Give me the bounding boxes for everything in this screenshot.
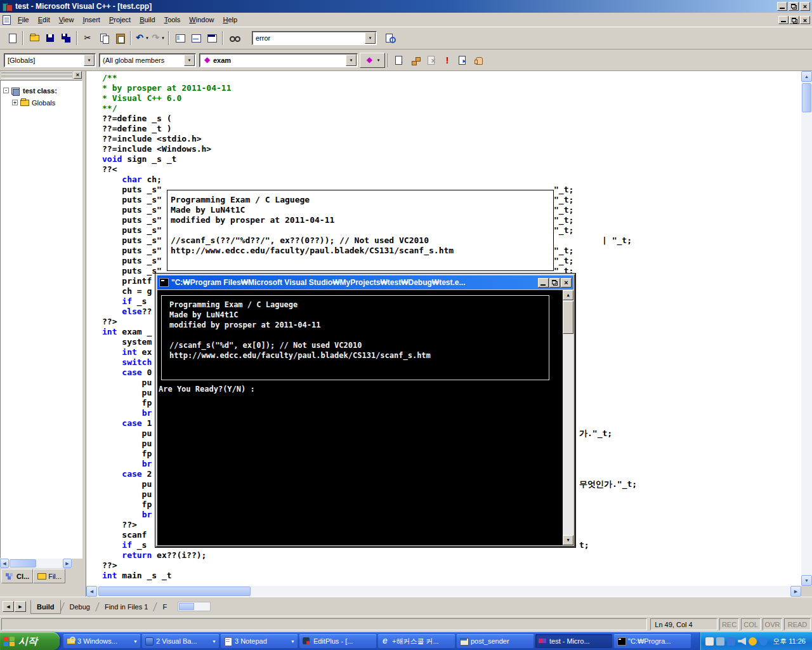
wizardbar-class-combo[interactable]: [Globals] ▼ — [4, 53, 96, 67]
scroll-down-button[interactable]: ▼ — [801, 575, 812, 586]
find-combo[interactable]: error ▼ — [252, 31, 377, 45]
tree-item-globals[interactable]: +Globals — [1, 96, 82, 109]
stop-build-button[interactable] — [423, 52, 439, 69]
execute-program-button[interactable] — [439, 52, 455, 69]
scroll-thumb[interactable] — [10, 559, 36, 567]
workspace-tab-fileview[interactable]: Fil... — [33, 569, 65, 583]
output-mini-scrollbar[interactable] — [178, 602, 211, 611]
taskbar-button-3-windows[interactable]: 3 Windows...▼ — [63, 634, 140, 648]
scroll-track[interactable] — [9, 559, 63, 568]
open-folder-button[interactable] — [26, 30, 42, 46]
wizardbar-action-button[interactable]: ▾ — [360, 53, 385, 68]
panel-close-button[interactable]: × — [74, 71, 82, 79]
find-in-files-button[interactable] — [226, 30, 242, 46]
scroll-up-button[interactable]: ▲ — [801, 71, 812, 82]
tree-item-test-class[interactable]: -test class: — [1, 84, 82, 96]
collapse-toggle[interactable]: - — [3, 88, 9, 93]
new-file-button[interactable] — [4, 30, 20, 46]
taskbar-button-3-notepad[interactable]: 3 Notepad▼ — [221, 634, 298, 648]
mdi-minimize-button[interactable] — [778, 16, 789, 24]
taskbar-button-editplus[interactable]: EditPlus - [... — [299, 634, 376, 648]
scroll-down-button[interactable]: ▼ — [563, 535, 573, 545]
restore-button[interactable] — [789, 2, 799, 11]
messenger-icon[interactable] — [749, 637, 757, 646]
scroll-thumb[interactable] — [563, 301, 573, 334]
paste-button[interactable] — [112, 30, 128, 46]
expand-toggle[interactable]: + — [12, 100, 18, 105]
keyboard-layout-icon[interactable] — [716, 637, 724, 646]
console-close-button[interactable]: × — [561, 278, 572, 288]
editor-vscrollbar[interactable]: ▲ ▼ — [801, 71, 812, 586]
menu-project[interactable]: Project — [105, 14, 135, 25]
menu-edit[interactable]: Edit — [34, 14, 55, 25]
cut-button[interactable] — [80, 30, 96, 46]
redo-button[interactable]: ▾ — [150, 30, 166, 46]
menu-window[interactable]: Window — [185, 14, 218, 25]
scroll-thumb[interactable] — [802, 83, 811, 112]
copy-button[interactable] — [96, 30, 112, 46]
menu-help[interactable]: Help — [218, 14, 242, 25]
mdi-restore-button[interactable] — [789, 16, 799, 24]
start-button[interactable]: 시작 — [0, 632, 60, 650]
menu-insert[interactable]: Insert — [78, 14, 105, 25]
chevron-down-icon[interactable]: ▼ — [346, 55, 357, 66]
titlebar[interactable]: test - Microsoft Visual C++ - [test.cpp]… — [0, 0, 812, 13]
minimize-button[interactable] — [777, 2, 787, 11]
output-pane-button[interactable] — [188, 30, 204, 46]
undo-button[interactable]: ▾ — [134, 30, 150, 46]
editor-hscrollbar[interactable]: ◀ ▶ — [86, 586, 801, 597]
console-output[interactable]: Programming Exam / C LaguegeMade by LuN4… — [157, 290, 573, 545]
workspace-pane-button[interactable] — [172, 30, 188, 46]
output-tab-debug[interactable]: Debug — [64, 601, 96, 613]
document-icon[interactable] — [3, 15, 11, 25]
build-button[interactable] — [407, 52, 423, 69]
output-tab-build[interactable]: Build — [30, 600, 61, 614]
workspace-tab-classview[interactable]: Cl... — [1, 569, 33, 583]
scroll-track[interactable] — [97, 586, 790, 597]
chevron-down-icon[interactable]: ▾ — [146, 36, 148, 41]
scroll-left-button[interactable]: ◀ — [0, 559, 9, 568]
scroll-up-button[interactable]: ▲ — [563, 290, 573, 300]
scroll-thumb[interactable] — [98, 587, 251, 596]
menu-build[interactable]: Build — [135, 14, 159, 25]
cmd-icon[interactable] — [159, 278, 169, 287]
console-window[interactable]: "C:₩Program Files₩Microsoft Visual Studi… — [155, 274, 575, 547]
compile-button[interactable] — [391, 52, 407, 69]
wizardbar-members-combo[interactable]: (All global members ▼ — [99, 53, 196, 67]
mdi-close-button[interactable]: × — [800, 16, 810, 24]
scroll-right-button[interactable]: ▶ — [63, 559, 72, 568]
save-all-button[interactable] — [58, 30, 74, 46]
scroll-right-button[interactable]: ▶ — [790, 586, 801, 597]
tree-hscrollbar[interactable]: ◀ ▶ — [0, 559, 72, 568]
menu-tools[interactable]: Tools — [160, 14, 185, 25]
taskbar-button-해커스쿨-커[interactable]: +해커스쿨 커... — [378, 634, 455, 648]
output-tab-find-in-files-1[interactable]: Find in Files 1 — [99, 601, 154, 613]
scroll-track[interactable] — [801, 82, 812, 575]
taskbar-button-post-sender[interactable]: post_sender — [457, 634, 534, 648]
go-debug-button[interactable] — [455, 52, 471, 69]
chevron-down-icon[interactable]: ▾ — [162, 36, 164, 41]
console-minimize-button[interactable] — [538, 278, 549, 288]
save-button[interactable] — [42, 30, 58, 46]
display-icon[interactable] — [727, 637, 735, 646]
taskbar-button-2-visual-ba[interactable]: 2 Visual Ba...▼ — [142, 634, 219, 648]
volume-icon[interactable] — [738, 637, 746, 646]
chevron-down-icon[interactable]: ▼ — [184, 55, 195, 66]
menu-file[interactable]: File — [13, 14, 34, 25]
ime-icon[interactable] — [759, 637, 768, 646]
removable-hardware-icon[interactable] — [705, 637, 714, 646]
menu-view[interactable]: View — [55, 14, 79, 25]
app-icon[interactable] — [2, 2, 12, 11]
console-scrollbar[interactable]: ▲ ▼ — [563, 290, 573, 545]
close-button[interactable]: × — [800, 2, 810, 11]
breakpoint-hand-button[interactable] — [471, 52, 487, 69]
window-list-button[interactable] — [204, 30, 219, 46]
chevron-down-icon[interactable]: ▼ — [365, 32, 376, 44]
taskbar-button-test-micro[interactable]: test - Micro... — [535, 634, 612, 648]
tab-scroll-left-button[interactable]: ◀ — [3, 601, 14, 612]
taskbar-button-c-progra[interactable]: "C:₩Progra... — [614, 634, 691, 648]
console-titlebar[interactable]: "C:₩Program Files₩Microsoft Visual Studi… — [157, 275, 573, 289]
console-maximize-button[interactable] — [549, 278, 560, 288]
scroll-left-button[interactable]: ◀ — [86, 586, 97, 597]
classview-tree[interactable]: -test class:+Globals — [0, 80, 82, 559]
